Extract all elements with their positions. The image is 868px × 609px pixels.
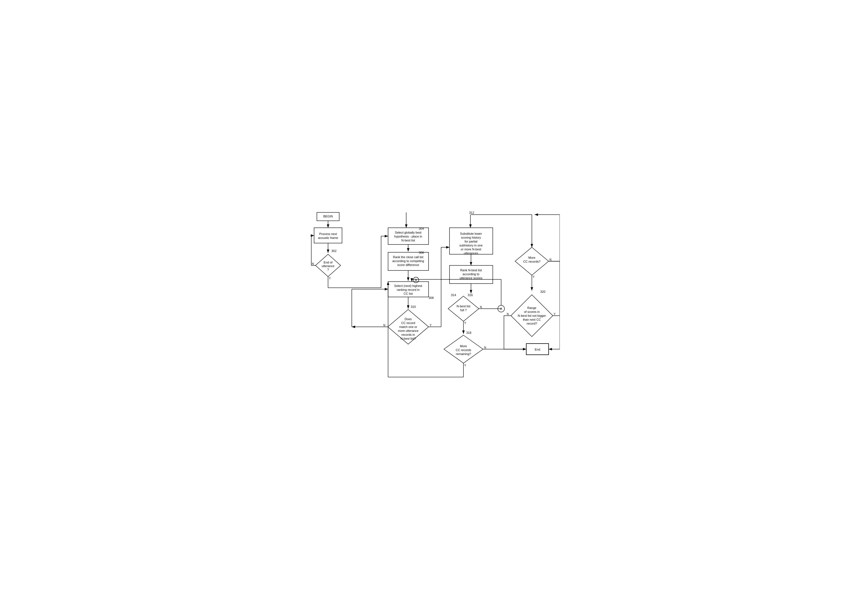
nbest-full-text1: N-best list	[456, 305, 470, 308]
cc-match-text1: Does	[405, 317, 412, 321]
process-frame-label2: acoustic frame	[318, 236, 338, 239]
rank-nbest-text2: according to	[463, 273, 479, 276]
label-y-nbest: Y	[464, 322, 466, 325]
substitute-text5: or more N-best	[461, 248, 481, 251]
label-n-eou: N	[312, 262, 314, 265]
label-n-remaining: N	[484, 346, 486, 349]
more-cc-records-text2: CC records?	[523, 260, 541, 263]
process-frame-label: Process next	[319, 232, 337, 236]
end-utterance-text2: utterance	[322, 264, 335, 268]
substitute-text2: scoring history	[461, 236, 481, 239]
label-306: 306	[419, 251, 424, 254]
rank-cc-text1: Rank the close call list	[393, 256, 423, 259]
substitute-text3: for partial	[465, 240, 477, 243]
cc-match-text2: CC record	[401, 321, 415, 325]
begin-label: BEGIN	[323, 215, 333, 218]
label-n-nbest: N	[480, 305, 482, 309]
label-n-range: N	[507, 313, 509, 316]
more-cc-remaining-text3: remaining?	[456, 352, 471, 356]
label-y-cc: Y	[430, 324, 432, 327]
more-cc-records-text1: More	[528, 256, 535, 259]
select-next-text3: CC list	[403, 292, 412, 295]
label-y-eou: Y	[329, 277, 331, 280]
range-scores-text5: record?	[527, 322, 537, 325]
connector-a-label: A	[415, 278, 417, 282]
label-302: 302	[332, 249, 336, 253]
range-scores-text2: of scores in	[524, 310, 539, 313]
substitute-text4: subhistory in one	[459, 244, 482, 247]
label-n-cc: N	[383, 324, 385, 327]
select-best-text1: Select globally best	[395, 231, 421, 234]
cc-match-text4: more utterance	[398, 329, 418, 332]
label-312: 312	[469, 211, 474, 214]
flowchart-diagram: BEGIN Process next acoustic frame 302 En…	[308, 207, 560, 402]
rank-cc-text3: score difference	[397, 263, 419, 267]
range-scores-text4: than next CC	[522, 318, 541, 321]
cc-match-text6: N-best list?	[400, 337, 416, 340]
range-scores-text1: Range	[527, 306, 536, 310]
label-y-more-cc: Y	[533, 276, 535, 279]
range-scores-text3: N-best list not bigger	[518, 314, 546, 317]
end-utterance-text3: ?	[327, 268, 329, 271]
end-label: End	[535, 348, 540, 351]
label-y-range: Y	[553, 313, 556, 316]
select-next-text2: ranking record in	[397, 288, 420, 291]
label-314: 314	[451, 293, 456, 297]
label-310: 310	[411, 305, 416, 308]
select-best-text3: N-best list	[401, 239, 415, 242]
rank-cc-text2: according to competing	[392, 259, 424, 263]
connector-a2-label: A	[500, 307, 502, 310]
cc-match-text3: match one or	[399, 325, 417, 329]
end-utterance-text: End of	[324, 261, 333, 264]
nbest-full-text2: full ?	[460, 308, 467, 312]
select-best-text2: hypothesis - place in	[394, 235, 422, 238]
select-next-text1: Select (next) highest	[394, 284, 422, 287]
label-308: 308	[429, 296, 434, 299]
label-n-more-cc: N	[549, 258, 552, 261]
more-cc-remaining-text2: CC records	[456, 348, 471, 352]
cc-match-text5: records in	[401, 333, 415, 336]
substitute-text1: Substitute lower	[460, 232, 482, 235]
label-y-remaining: Y	[464, 364, 466, 367]
label-320: 320	[540, 290, 545, 293]
rank-nbest-text3: utterance scores	[460, 276, 482, 280]
label-318: 318	[466, 331, 471, 334]
rank-nbest-text1: Rank N-best list	[460, 268, 482, 272]
more-cc-remaining-text1: More	[460, 344, 467, 348]
label-304: 304	[419, 227, 424, 230]
label-316: 316	[468, 293, 473, 297]
